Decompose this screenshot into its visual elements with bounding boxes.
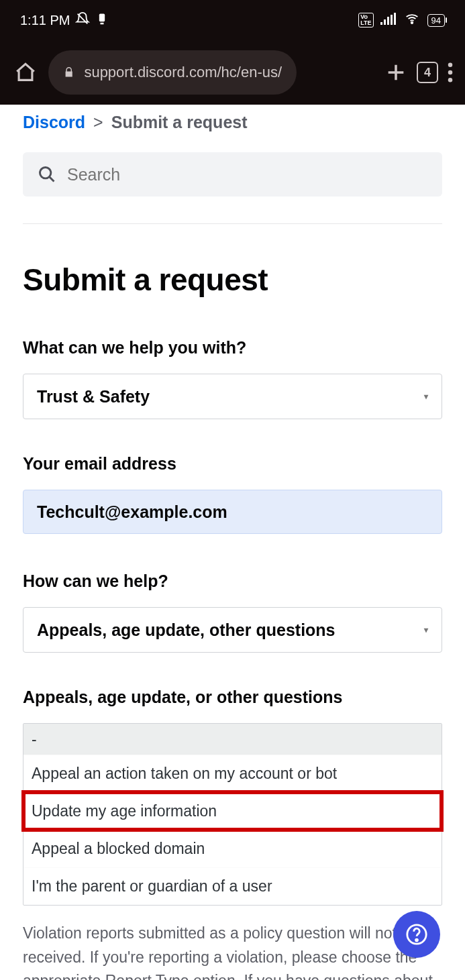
url-text: support.discord.com/hc/en-us/requ [84,64,282,81]
status-left: 1:11 PM [20,11,109,30]
page-content: Discord > Submit a request Submit a requ… [0,105,465,980]
search-icon [38,165,56,184]
page-title: Submit a request [23,262,442,298]
dropdown-option[interactable]: Update my age information [23,792,442,830]
tab-count-button[interactable]: 4 [417,62,438,83]
svg-rect-5 [391,15,393,25]
info-text-part1: Violation reports submitted as a policy … [23,924,440,980]
battery-level: 94 [431,15,441,25]
svg-rect-6 [394,13,396,25]
select-help-value: Trust & Safety [37,387,150,406]
url-bar[interactable]: support.discord.com/hc/en-us/requ [48,50,297,95]
svg-rect-2 [380,22,382,25]
dropdown-option[interactable]: I'm the parent or guardian of a user [23,867,442,905]
email-value: Techcult@example.com [37,502,227,522]
svg-rect-0 [99,13,105,21]
tab-count: 4 [424,66,431,80]
status-right: VoLTE 94 [358,12,445,29]
svg-point-11 [40,168,51,178]
status-time: 1:11 PM [20,13,70,28]
signal-icon [380,13,397,28]
chevron-down-icon: ▾ [424,625,428,635]
dropdown-sub[interactable]: - Appeal an action taken on my account o… [23,723,442,906]
browser-nav-bar: support.discord.com/hc/en-us/requ 4 [0,40,465,105]
select-how[interactable]: Appeals, age update, other questions ▾ [23,607,442,653]
dropdown-option[interactable]: Appeal a blocked domain [23,830,442,867]
svg-point-9 [448,70,453,75]
help-icon [405,923,428,946]
svg-point-7 [411,21,413,23]
svg-point-13 [416,939,418,941]
volte-icon: VoLTE [358,13,373,28]
home-icon[interactable] [12,59,39,86]
svg-rect-4 [387,17,389,25]
breadcrumb: Discord > Submit a request [23,113,442,132]
svg-point-8 [448,63,453,68]
field-label-email: Your email address [23,454,442,474]
help-fab[interactable] [393,911,440,958]
battery-icon: 94 [427,14,445,27]
plus-icon[interactable] [384,61,407,84]
info-text: Violation reports submitted as a policy … [23,922,442,980]
field-label-how: How can we help? [23,571,442,591]
breadcrumb-separator: > [93,113,103,132]
breadcrumb-root-link[interactable]: Discord [23,113,85,132]
svg-rect-3 [384,19,386,25]
svg-point-10 [448,78,453,83]
divider [23,223,442,224]
search-input[interactable] [67,165,427,184]
chevron-down-icon: ▾ [424,392,428,401]
alarm-off-icon [75,11,90,30]
lock-icon [63,64,74,80]
vibrate-icon [95,12,109,29]
select-help[interactable]: Trust & Safety ▾ [23,374,442,419]
dropdown-placeholder[interactable]: - [23,724,442,755]
search-box[interactable] [23,152,442,197]
field-label-help: What can we help you with? [23,338,442,358]
breadcrumb-current: Submit a request [111,113,248,132]
dropdown-option[interactable]: Appeal an action taken on my account or … [23,755,442,792]
wifi-icon [403,12,421,29]
field-label-sub: Appeals, age update, or other questions [23,688,442,707]
status-bar: 1:11 PM VoLTE 94 [0,0,465,40]
more-options-icon[interactable] [448,62,453,83]
svg-rect-1 [101,22,104,24]
email-field[interactable]: Techcult@example.com [23,490,442,534]
select-how-value: Appeals, age update, other questions [37,620,335,640]
